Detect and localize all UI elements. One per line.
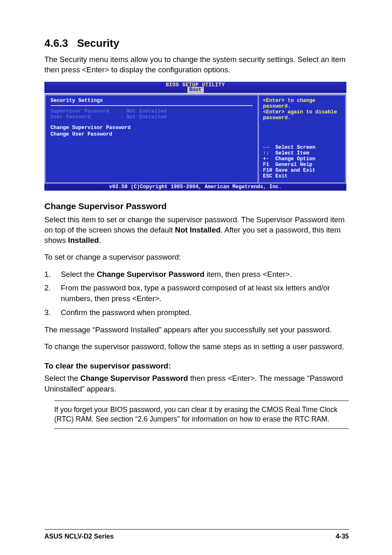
step-item: 1. Select the Change Supervisor Password… — [44, 269, 349, 280]
bios-field-label: User Password — [51, 114, 120, 120]
step-number: 1. — [44, 269, 61, 280]
text-run: . — [99, 236, 101, 244]
page-footer: ASUS NCLV-D2 Series 4-35 — [44, 529, 349, 540]
text-run: item, then press <Enter>. — [205, 270, 292, 279]
paragraph: To set or change a supervisor password: — [44, 252, 349, 262]
bios-field-row: Supervisor Password : Not Installed — [51, 108, 253, 114]
intro-paragraph: The Security menu items allow you to cha… — [44, 55, 349, 75]
paragraph: The message “Password Installed” appears… — [44, 325, 349, 335]
paragraph: Select this item to set or change the su… — [44, 214, 349, 245]
bold-text: Change Supervisor Password — [80, 374, 188, 382]
bios-help-panel: <Enter> to change password. <Enter> agai… — [258, 94, 346, 184]
bios-field-value: : Not Installed — [120, 114, 167, 120]
bios-help-context: <Enter> to change password. <Enter> agai… — [263, 98, 341, 121]
bios-copyright: v02.58 (C)Copyright 1985-2004, American … — [44, 184, 346, 191]
bios-divider — [51, 105, 253, 106]
bios-header: BIOS SETUP UTILITY Boot — [44, 82, 346, 93]
step-item: 2. From the password box, type a passwor… — [44, 283, 349, 304]
step-text: From the password box, type a password c… — [61, 283, 349, 304]
section-number: 4.6.3 — [44, 37, 68, 49]
footer-right: 4-35 — [336, 533, 349, 540]
bios-menu-item[interactable]: Change User Password — [51, 131, 253, 137]
text-run: Select the — [44, 374, 80, 382]
text-run: Select the — [61, 270, 97, 279]
bios-left-panel: Security Settings Supervisor Password : … — [44, 94, 258, 184]
paragraph: Select the Change Supervisor Password th… — [44, 373, 349, 394]
step-text: Select the Change Supervisor Password it… — [61, 269, 349, 280]
subsection-heading: Change Supervisor Password — [44, 201, 349, 211]
bios-field-label: Supervisor Password — [51, 108, 120, 114]
bold-text: Not Installed — [175, 226, 221, 234]
bios-menu-item[interactable]: Change Supervisor Password — [51, 125, 253, 131]
paragraph: To change the supervisor password, follo… — [44, 341, 349, 352]
bios-field-row: User Password : Not Installed — [51, 114, 253, 120]
bios-screenshot: BIOS SETUP UTILITY Boot Security Setting… — [44, 82, 346, 191]
note-callout: If you forget your BIOS password, you ca… — [44, 401, 349, 429]
note-text: If you forget your BIOS password, you ca… — [54, 405, 349, 424]
bios-help-keys: ←→ Select Screen ↑↓ Select Item +- Chang… — [263, 145, 341, 179]
steps-list: 1. Select the Change Supervisor Password… — [44, 269, 349, 318]
bios-field-value: : Not Installed — [120, 108, 167, 114]
bios-body: Security Settings Supervisor Password : … — [44, 93, 346, 184]
bios-panel-title: Security Settings — [51, 98, 253, 104]
step-text: Confirm the password when prompted. — [61, 307, 349, 318]
section-heading: 4.6.3 Security — [44, 37, 349, 50]
bold-text: Change Supervisor Password — [97, 270, 204, 279]
step-item: 3. Confirm the password when prompted. — [44, 307, 349, 318]
note-rule — [54, 401, 349, 401]
bios-active-tab[interactable]: Boot — [187, 87, 203, 93]
note-body: If you forget your BIOS password, you ca… — [54, 401, 349, 429]
bold-text: Installed — [68, 236, 99, 244]
subsection-heading: To clear the supervisor password: — [44, 362, 349, 371]
step-number: 3. — [44, 307, 61, 318]
note-rule — [54, 428, 349, 429]
section-title: Security — [77, 37, 120, 49]
step-number: 2. — [44, 283, 61, 304]
footer-left: ASUS NCLV-D2 Series — [44, 533, 114, 540]
